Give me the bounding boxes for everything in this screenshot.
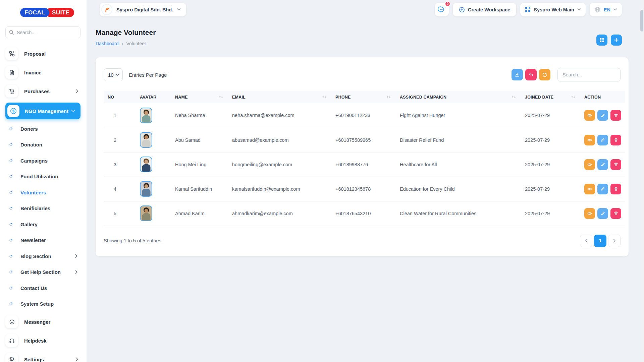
col-header-phone[interactable]: PHONE↑↓ <box>331 91 396 103</box>
sidebar-item-label: Helpdesk <box>24 338 80 344</box>
col-header-email[interactable]: EMAIL↑↓ <box>228 91 331 103</box>
breadcrumb-separator: › <box>122 41 123 46</box>
undo-button[interactable] <box>525 69 537 80</box>
create-workspace-button[interactable]: Create Workspace <box>453 3 516 16</box>
chevron-right-icon <box>76 89 78 93</box>
entries-per-page-select[interactable]: 10 <box>104 68 123 81</box>
chat-bubble-icon <box>438 6 445 13</box>
delete-button[interactable] <box>610 208 621 219</box>
view-button[interactable] <box>584 184 595 194</box>
delete-button[interactable] <box>610 110 621 121</box>
page-1-button[interactable]: 1 <box>594 235 606 247</box>
prev-page-button[interactable] <box>580 235 592 247</box>
sidebar-item-campaigns[interactable]: Campaigns <box>5 156 80 165</box>
trash-icon <box>614 187 618 191</box>
chat-button[interactable]: 0 <box>435 3 449 16</box>
next-page-button[interactable] <box>608 235 621 247</box>
pagination: 1 <box>580 235 621 247</box>
volunteer-avatar[interactable] <box>140 157 152 172</box>
edit-button[interactable] <box>597 184 608 194</box>
delete-button[interactable] <box>610 184 621 194</box>
table-row: 2 Abu Samad abusamad@example.com +601875… <box>104 128 625 152</box>
edit-button[interactable] <box>597 159 608 170</box>
refresh-button[interactable] <box>539 69 550 80</box>
sidebar-item-system-setup[interactable]: System Setup <box>5 299 80 309</box>
sidebar-item-label: NGO Management <box>25 108 71 114</box>
cell-avatar <box>136 152 171 177</box>
breadcrumb-dashboard-link[interactable]: Dashboard <box>96 41 119 46</box>
volunteer-table: NO AVATAR NAME↑↓ EMAIL↑↓ PHONE↑↓ ASSIGNE… <box>104 91 625 226</box>
pencil-icon <box>601 113 605 118</box>
headset-icon <box>5 334 18 347</box>
volunteer-avatar[interactable] <box>140 132 152 148</box>
brand-logo[interactable]: FOCAL SUITE <box>20 8 80 17</box>
table-search-input[interactable] <box>557 68 621 81</box>
sidebar-item-messenger[interactable]: Messenger <box>5 315 80 328</box>
edit-button[interactable] <box>597 208 608 219</box>
sidebar-item-ngo-management[interactable]: $ NGO Management <box>5 103 80 119</box>
sidebar-search-input[interactable] <box>17 30 77 35</box>
trash-icon <box>614 211 618 216</box>
sidebar-item-purchases[interactable]: Purchases <box>5 84 80 98</box>
sidebar-item-volunteers[interactable]: Volunteers <box>5 188 80 197</box>
delete-button[interactable] <box>610 159 621 170</box>
table-row: 5 Ahmad Karim ahmadkarim@example.com +60… <box>104 201 625 226</box>
page-title-block: Manage Volunteer Dashboard › Volunteer <box>96 28 156 46</box>
sidebar-item-blog-section[interactable]: Blog Section <box>5 251 80 261</box>
avatar-torso <box>142 189 150 197</box>
chevron-down-icon <box>613 8 617 11</box>
volunteer-avatar[interactable] <box>140 205 152 221</box>
app-selector[interactable]: Syspro Web Main <box>520 3 586 16</box>
edit-button[interactable] <box>597 110 608 121</box>
col-header-assigned-campaign[interactable]: ASSIGNED CAMPAIGN↑↓ <box>396 91 521 103</box>
cell-action <box>580 103 625 128</box>
col-header-name[interactable]: NAME↑↓ <box>171 91 228 103</box>
sidebar-item-invoice[interactable]: Invoice <box>5 66 80 79</box>
sidebar-item-helpdesk[interactable]: Helpdesk <box>5 334 80 347</box>
purchases-cart-icon <box>5 85 18 98</box>
chevron-left-icon <box>585 239 588 243</box>
page-scrollbar[interactable] <box>640 0 644 362</box>
sort-icon[interactable]: ↑↓ <box>571 95 576 99</box>
cell-avatar <box>136 128 171 152</box>
view-button[interactable] <box>584 159 595 170</box>
sort-icon[interactable]: ↑↓ <box>218 95 224 99</box>
volunteer-avatar[interactable] <box>140 108 152 123</box>
export-download-button[interactable] <box>512 69 523 80</box>
sort-icon[interactable]: ↑↓ <box>322 95 327 99</box>
view-button[interactable] <box>584 135 595 145</box>
sidebar-item-newsletter[interactable]: Newsletter <box>5 236 80 245</box>
volunteer-table-card: 10 Entries Per Page <box>96 57 629 256</box>
scrollbar-thumb[interactable] <box>640 10 643 32</box>
sort-icon[interactable]: ↑↓ <box>511 95 517 99</box>
volunteer-avatar[interactable] <box>140 181 152 197</box>
cell-action <box>580 128 625 152</box>
view-button[interactable] <box>584 110 595 121</box>
view-button[interactable] <box>584 208 595 219</box>
grid-icon <box>599 38 604 43</box>
avatar-head <box>144 209 148 213</box>
sidebar-item-doners[interactable]: Doners <box>5 124 80 133</box>
sidebar-item-fund-utilization[interactable]: Fund Utilization <box>5 172 80 181</box>
chevron-right-icon <box>75 270 78 274</box>
edit-button[interactable] <box>597 135 608 145</box>
cell-no: 2 <box>104 128 136 152</box>
language-selector[interactable]: EN <box>590 3 622 16</box>
sidebar-item-gallery[interactable]: Gallery <box>5 220 80 229</box>
sort-icon[interactable]: ↑↓ <box>386 95 392 99</box>
sidebar-item-contact-us[interactable]: Contact Us <box>5 283 80 293</box>
col-header-joined-date[interactable]: JOINED DATE↑↓ <box>521 91 580 103</box>
eye-icon <box>587 162 592 167</box>
add-volunteer-button[interactable] <box>611 35 622 46</box>
gear-icon: ⚙ <box>5 353 18 362</box>
workspace-selector[interactable]: Syspro Digital Sdn. Bhd. <box>100 3 186 16</box>
sidebar-item-get-help-section[interactable]: Get Help Section <box>5 267 80 277</box>
sidebar-item-benificiaries[interactable]: Benificiaries <box>5 204 80 213</box>
sidebar-item-proposal[interactable]: Proposal <box>5 47 80 60</box>
grid-view-button[interactable] <box>596 35 607 46</box>
cell-email: neha.sharma@example.com <box>228 103 331 128</box>
table-row: 3 Hong Mei Ling hongmeiling@example.com … <box>104 152 625 177</box>
sidebar-item-donation[interactable]: Donation <box>5 140 80 149</box>
sidebar-item-settings[interactable]: ⚙ Settings <box>5 353 80 362</box>
delete-button[interactable] <box>610 135 621 145</box>
